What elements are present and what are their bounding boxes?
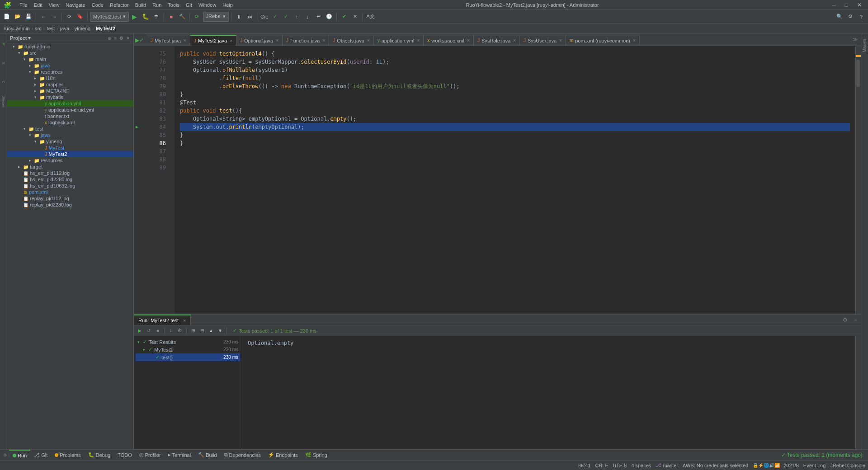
menu-view[interactable]: View	[46, 1, 62, 9]
bsb-endpoints-tab[interactable]: ⚡ Endpoints	[264, 450, 302, 460]
toolbar-back[interactable]: ←	[38, 12, 48, 22]
nav-java[interactable]: java	[60, 26, 69, 31]
nav-file[interactable]: MyTest2	[96, 26, 115, 31]
bottom-panel-gear[interactable]: ⚙	[840, 317, 850, 323]
build-button[interactable]: 🔨	[177, 12, 187, 22]
tree-mytest2[interactable]: J MyTest2	[7, 151, 133, 157]
toolbar-new-file[interactable]: 📄	[2, 12, 12, 22]
bsb-debug-tab[interactable]: 🐛 Debug	[85, 450, 114, 460]
tab-more-button[interactable]: ≫	[850, 33, 861, 46]
tab-close-application-yml[interactable]: ×	[417, 38, 420, 43]
crlf-indicator[interactable]: CRLF	[595, 463, 608, 468]
menu-code[interactable]: Code	[89, 1, 106, 9]
aws-indicator[interactable]: AWS: No credentials selected	[683, 463, 748, 468]
tab-close-sysrole-java[interactable]: ×	[513, 38, 516, 43]
collapse-all-button[interactable]: ⊟	[198, 327, 206, 335]
jrebel-console-button[interactable]: JRebel Console	[830, 463, 865, 468]
bsb-deps-tab[interactable]: ⧉ Dependencies	[221, 450, 264, 460]
tree-mytest[interactable]: J MyTest	[7, 145, 133, 151]
sidebar-jrebel-tab[interactable]: JRebel	[0, 92, 7, 110]
menu-file[interactable]: File	[17, 1, 30, 9]
sort-dur-button[interactable]: ⏱	[176, 327, 184, 335]
tree-log3[interactable]: 📋 hs_err_pid10632.log	[7, 183, 133, 189]
indent-indicator[interactable]: 4 spaces	[631, 463, 651, 468]
update-button[interactable]: ⟳	[192, 12, 202, 22]
tab-pom-xml[interactable]: m pom.xml (ruoyi-common) ×	[566, 35, 640, 46]
git-check2[interactable]: ✓	[281, 12, 291, 22]
git-revert[interactable]: ↩	[313, 12, 323, 22]
tree-target[interactable]: ▸ 📁 target	[7, 164, 133, 170]
toolbar-resume[interactable]: ⏭	[245, 12, 255, 22]
tree-i18n[interactable]: ▸ 📁 i18n	[7, 75, 133, 81]
test-result-root[interactable]: ▾ ✓ Test Results 230 ms	[136, 338, 240, 346]
bsb-terminal-tab[interactable]: ▸ Terminal	[165, 450, 195, 460]
test-result-test-method[interactable]: ✓ test() 230 ms	[136, 353, 240, 361]
tree-main[interactable]: ▾ 📁 main	[7, 56, 133, 62]
toolbar-nav1[interactable]: ⟳	[64, 12, 74, 22]
bottom-panel-close[interactable]: −	[850, 317, 861, 323]
maven-panel-tab[interactable]: Maven	[861, 35, 868, 56]
tree-logback-xml[interactable]: x logback.xml	[7, 119, 133, 126]
run-button[interactable]: ▶	[130, 12, 140, 22]
show-passed-button[interactable]: ▲	[207, 327, 215, 335]
toolbar-translate[interactable]: A文	[365, 12, 376, 22]
scrollbar-thumb[interactable]	[856, 60, 860, 87]
tree-java-main[interactable]: ▸ 📁 java	[7, 62, 133, 69]
close-button[interactable]: ✕	[854, 1, 864, 9]
code-content[interactable]: public void testOptional4() { SysUser sy…	[175, 46, 855, 314]
tree-replay1[interactable]: 📋 replay_pid112.log	[7, 195, 133, 202]
expand-all-button[interactable]: ⊞	[189, 327, 197, 335]
tree-yimeng[interactable]: ▾ 📁 yimeng	[7, 138, 133, 145]
event-log-button[interactable]: Event Log	[803, 463, 826, 468]
tab-close-mytest-java[interactable]: ×	[184, 38, 186, 43]
project-close-btn[interactable]: ✕	[125, 35, 131, 41]
menu-git[interactable]: Git	[183, 1, 195, 9]
toolbar-forward[interactable]: →	[49, 12, 59, 22]
git-branch-indicator[interactable]: ⎇ master	[656, 462, 678, 468]
line-col-indicator[interactable]: 86:41	[578, 463, 591, 468]
tree-java-test[interactable]: ▾ 📁 java	[7, 132, 133, 138]
toolbar-cross[interactable]: ✕	[350, 12, 360, 22]
tab-close-sysuser-java[interactable]: ×	[559, 38, 562, 43]
bsb-todo-tab[interactable]: TODO	[114, 450, 136, 460]
toolbar-check-icon[interactable]: ✔	[339, 12, 349, 22]
project-gear-btn[interactable]: ⚙	[118, 35, 124, 41]
run-config-dropdown[interactable]: MyTest2.test ▾	[90, 12, 129, 22]
menu-help[interactable]: Help	[220, 1, 236, 9]
project-scope-btn[interactable]: ⊕	[107, 35, 112, 41]
project-collapse-btn[interactable]: ≡	[113, 35, 118, 41]
tab-close-pom-xml[interactable]: ×	[633, 38, 636, 43]
sidebar-bookmark-tab[interactable]: C	[0, 73, 7, 91]
tree-mapper[interactable]: ▸ 📁 mapper	[7, 81, 133, 88]
tab-close-workspace-xml[interactable]: ×	[467, 38, 470, 43]
bsb-run-tab[interactable]: Run	[9, 450, 30, 460]
git-up[interactable]: ↑	[292, 12, 302, 22]
tab-close-function-java[interactable]: ×	[322, 38, 325, 43]
bsb-git-tab[interactable]: ⎇ Git	[30, 450, 51, 460]
tab-optional-java[interactable]: J Optional.java ×	[236, 35, 283, 46]
tree-replay2[interactable]: 📋 replay_pid2280.log	[7, 202, 133, 208]
test-result-mytest2[interactable]: ▾ ✓ MyTest2 230 ms	[136, 346, 240, 353]
bsb-spring-tab[interactable]: 🌿 Spring	[302, 450, 331, 460]
tab-objects-java[interactable]: J Objects.java ×	[329, 35, 373, 46]
tab-workspace-xml[interactable]: x workspace.xml ×	[424, 35, 474, 46]
toolbar-open[interactable]: 📂	[13, 12, 23, 22]
bottom-tab-run[interactable]: Run: MyTest2.test ×	[134, 315, 191, 325]
bottom-right-scrollbar[interactable]	[855, 336, 861, 449]
nav-test[interactable]: test	[47, 26, 55, 31]
menu-run[interactable]: Run	[150, 1, 164, 9]
tab-close-optional-java[interactable]: ×	[276, 38, 278, 43]
run-with-coverage[interactable]: ☂	[151, 12, 161, 22]
tree-application-yml[interactable]: y application.yml	[7, 100, 133, 107]
tree-application-druid-yml[interactable]: y application-druid.yml	[7, 107, 133, 113]
tab-mytest-java[interactable]: J MyTest.java ×	[147, 35, 190, 46]
nav-src[interactable]: src	[35, 26, 42, 31]
search-everywhere-button[interactable]: 🔍	[835, 12, 844, 22]
tab-run-close[interactable]: ×	[183, 318, 186, 323]
menu-window[interactable]: Window	[196, 1, 219, 9]
tree-test[interactable]: ▾ 📁 test	[7, 126, 133, 132]
tree-pom-xml[interactable]: 🗎 pom.xml	[7, 189, 133, 195]
tab-function-java[interactable]: J Function.java ×	[283, 35, 329, 46]
run-tests-button[interactable]: ▶✓	[134, 35, 145, 46]
menu-navigate[interactable]: Navigate	[63, 1, 88, 9]
